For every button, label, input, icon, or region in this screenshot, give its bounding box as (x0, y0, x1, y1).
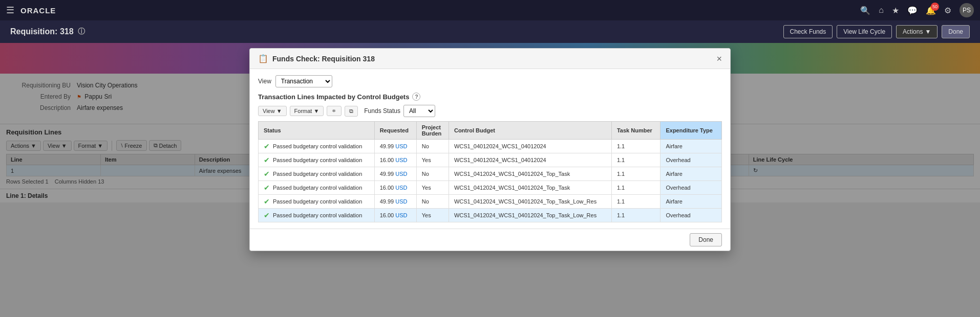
modal-detach-icon: ⧉ (349, 108, 353, 115)
help-icon[interactable]: ⓘ (78, 27, 85, 36)
modal-title-icon: 📋 (258, 54, 268, 63)
modal-view-button[interactable]: View ▼ (258, 106, 287, 116)
modal-cell-status: ✔Passed budgetary control validation (259, 209, 375, 222)
actions-chevron-icon: ▼ (925, 28, 931, 35)
modal-cell-task-number: 1.1 (611, 209, 661, 222)
modal-toolbar: View ▼ Format ▼ ⧧ ⧉ Funds Status (258, 105, 722, 117)
modal-cell-requested: 16.00 USD (374, 181, 416, 195)
modal-cell-expenditure-type: Overhead (661, 181, 722, 195)
modal-format-button[interactable]: Format ▼ (290, 106, 324, 116)
modal-cell-expenditure-type: Airfare (661, 140, 722, 153)
modal-view-label: View (263, 108, 275, 114)
modal-table-row[interactable]: ✔Passed budgetary control validation49.9… (259, 195, 722, 209)
usd-link[interactable]: USD (395, 198, 407, 205)
modal-table-header-row: Status Requested ProjectBurden Control B… (259, 122, 722, 140)
modal-footer: Done (250, 229, 730, 251)
star-icon[interactable]: ★ (892, 6, 899, 15)
check-icon: ✔ (264, 197, 270, 206)
check-icon: ✔ (264, 156, 270, 164)
avatar[interactable]: PS (960, 3, 974, 17)
actions-label: Actions (903, 28, 923, 35)
home-icon[interactable]: ⌂ (879, 6, 884, 15)
view-label: View (258, 78, 271, 85)
status-text: Passed budgetary control validation (273, 212, 362, 218)
modal-cell-task-number: 1.1 (611, 153, 661, 167)
modal-body: View Transaction Transaction Lines Impac… (250, 69, 730, 229)
page-title-text: Requisition: 318 (10, 27, 74, 36)
modal-help-icon[interactable]: ? (412, 93, 420, 101)
modal-col-status: Status (259, 122, 375, 140)
search-icon[interactable]: 🔍 (860, 6, 870, 15)
usd-link[interactable]: USD (395, 171, 407, 177)
modal-cell-expenditure-type: Airfare (661, 195, 722, 209)
modal-format-chevron-icon: ▼ (313, 108, 319, 114)
subheader-actions: Check Funds View Life Cycle Actions ▼ Do… (783, 25, 970, 38)
check-icon: ✔ (264, 211, 270, 219)
modal-cell-requested: 49.99 USD (374, 140, 416, 153)
funds-check-modal: 📋 Funds Check: Requisition 318 × View Tr… (249, 48, 731, 251)
modal-cell-task-number: 1.1 (611, 167, 661, 181)
check-icon: ✔ (264, 170, 270, 178)
modal-cell-status: ✔Passed budgetary control validation (259, 195, 375, 209)
notification-icon[interactable]: 🔔 50 (926, 6, 936, 15)
modal-columns-icon-button[interactable]: ⧧ (327, 106, 342, 116)
modal-detach-icon-button[interactable]: ⧉ (345, 106, 358, 117)
chat-icon[interactable]: 💬 (907, 6, 918, 15)
menu-icon[interactable]: ☰ (6, 5, 14, 16)
oracle-logo: ORACLE (20, 6, 56, 15)
modal-cell-expenditure-type: Overhead (661, 153, 722, 167)
modal-col-expenditure-type: Expenditure Type (661, 122, 722, 140)
modal-col-control-budget: Control Budget (449, 122, 611, 140)
status-text: Passed budgetary control validation (273, 198, 362, 205)
modal-close-button[interactable]: × (716, 54, 722, 63)
modal-cell-expenditure-type: Airfare (661, 167, 722, 181)
funds-status-label: Funds Status (364, 107, 400, 115)
modal-header: 📋 Funds Check: Requisition 318 × (250, 49, 730, 69)
modal-cell-project-burden: No (416, 195, 449, 209)
check-icon: ✔ (264, 142, 270, 150)
modal-cell-task-number: 1.1 (611, 181, 661, 195)
modal-cell-project-burden: Yes (416, 209, 449, 222)
usd-link[interactable]: USD (395, 157, 407, 163)
modal-table-wrapper: Status Requested ProjectBurden Control B… (258, 121, 722, 222)
modal-cell-control-budget: WCS1_04012024_WCS1_04012024 (449, 153, 611, 167)
usd-link[interactable]: USD (395, 185, 407, 191)
done-button[interactable]: Done (942, 25, 970, 38)
modal-cell-requested: 16.00 USD (374, 209, 416, 222)
view-row: View Transaction (258, 75, 722, 87)
funds-status-select[interactable]: All (403, 105, 435, 117)
settings-icon[interactable]: ⚙ (944, 6, 951, 15)
actions-button[interactable]: Actions ▼ (896, 25, 938, 38)
modal-cell-control-budget: WCS1_0412024_WCS1_04012024_Top_Task (449, 167, 611, 181)
modal-done-button[interactable]: Done (690, 233, 722, 246)
modal-title: 📋 Funds Check: Requisition 318 (258, 54, 375, 63)
modal-cell-status: ✔Passed budgetary control validation (259, 140, 375, 153)
modal-cell-control-budget: WCS1_0412024_WCS1_04012024_Top_Task_Low_… (449, 195, 611, 209)
usd-link[interactable]: USD (395, 143, 407, 149)
modal-table-row[interactable]: ✔Passed budgetary control validation16.0… (259, 209, 722, 222)
check-funds-button[interactable]: Check Funds (783, 25, 833, 38)
modal-cell-task-number: 1.1 (611, 195, 661, 209)
modal-table-row[interactable]: ✔Passed budgetary control validation16.0… (259, 153, 722, 167)
modal-view-chevron-icon: ▼ (276, 108, 282, 114)
modal-table-row[interactable]: ✔Passed budgetary control validation16.0… (259, 181, 722, 195)
modal-cell-project-burden: Yes (416, 153, 449, 167)
modal-cell-project-burden: No (416, 167, 449, 181)
modal-section-heading: Transaction Lines Impacted by Control Bu… (258, 93, 722, 101)
modal-table-row[interactable]: ✔Passed budgetary control validation49.9… (259, 140, 722, 153)
usd-link[interactable]: USD (395, 212, 407, 218)
modal-section-title: Transaction Lines Impacted by Control Bu… (258, 93, 409, 101)
modal-col-task-number: Task Number (611, 122, 661, 140)
notification-badge: 50 (931, 3, 939, 11)
view-life-cycle-button[interactable]: View Life Cycle (837, 25, 892, 38)
modal-table-row[interactable]: ✔Passed budgetary control validation49.9… (259, 167, 722, 181)
status-text: Passed budgetary control validation (273, 171, 362, 177)
view-select[interactable]: Transaction (275, 75, 332, 87)
page-title: Requisition: 318 ⓘ (10, 27, 85, 36)
modal-cell-expenditure-type: Overhead (661, 209, 722, 222)
page-background: Requisitioning BU Vision City Operations… (0, 43, 980, 317)
modal-cell-project-burden: Yes (416, 181, 449, 195)
modal-cell-requested: 49.99 USD (374, 195, 416, 209)
modal-col-project-burden: ProjectBurden (416, 122, 449, 140)
subheader: Requisition: 318 ⓘ Check Funds View Life… (0, 20, 980, 43)
